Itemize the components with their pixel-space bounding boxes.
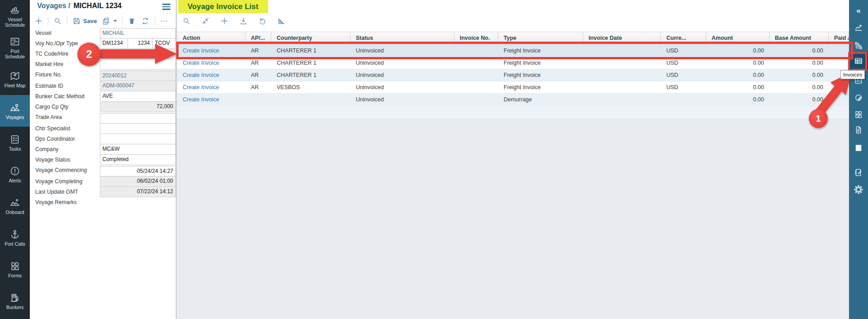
- alerts-icon: [9, 166, 20, 176]
- collapse-right-icon: «: [856, 7, 860, 14]
- cell-amount: 0.00: [706, 81, 769, 93]
- create-invoice-link[interactable]: Create Invoice: [177, 69, 245, 81]
- invoice-row[interactable]: Create Invoice AR VESBOS Uninvoiced Frei…: [177, 81, 849, 94]
- field-label: Voyage Commencing: [30, 165, 100, 176]
- save-icon: [72, 17, 81, 25]
- column-header-ap[interactable]: AP/...: [245, 32, 271, 44]
- ops-coordinator-field[interactable]: [100, 134, 176, 144]
- cell-amount: 0.00: [706, 57, 769, 69]
- collapse-right-button[interactable]: «: [849, 3, 868, 18]
- invoices-button[interactable]: [849, 52, 868, 70]
- invoice-row[interactable]: Create Invoice AR CHARTERER 1 Uninvoiced…: [177, 45, 849, 57]
- cell-invoice-date: [583, 94, 661, 105]
- invoice-row[interactable]: Create Invoice AR CHARTERER 1 Uninvoiced…: [177, 69, 849, 81]
- sidebar-item-alerts[interactable]: Alerts: [0, 158, 30, 190]
- fit-columns-button[interactable]: [201, 17, 210, 25]
- voyage-completing-field[interactable]: 06/02/24 01:00: [100, 176, 176, 187]
- export-download-button[interactable]: [239, 17, 248, 25]
- invoice-row[interactable]: Create Invoice AR CHARTERER 1 Uninvoiced…: [177, 57, 849, 69]
- search-button[interactable]: [53, 17, 62, 25]
- tc-code-field[interactable]: [100, 49, 153, 59]
- sidebar-item-port-schedule[interactable]: Port Schedule: [0, 32, 30, 63]
- voyage-commencing-field[interactable]: 05/24/24 14:27: [100, 166, 176, 176]
- sidebar-item-forms[interactable]: Forms: [0, 253, 30, 285]
- voy-no-field[interactable]: DM1234: [100, 38, 128, 49]
- ruler-button[interactable]: [277, 17, 286, 25]
- refresh-button[interactable]: [141, 17, 150, 25]
- panel-menu-icon[interactable]: [162, 4, 170, 10]
- sidebar-item-voyages[interactable]: Voyages: [0, 95, 30, 127]
- edit-circle-button[interactable]: [849, 90, 868, 105]
- delete-button[interactable]: [127, 17, 136, 25]
- estimate-id-field[interactable]: ADM-000047: [100, 81, 176, 91]
- sidebar-item-bunkers[interactable]: Bunkers: [0, 285, 30, 317]
- column-header-invoice-no[interactable]: Invoice No.: [454, 32, 498, 44]
- form-row: Vessel MICHAIL: [30, 28, 176, 38]
- field-label: Estimate ID: [30, 81, 100, 91]
- trade-area-field[interactable]: [100, 113, 176, 124]
- save-button[interactable]: Save: [72, 17, 97, 25]
- chtr-specialist-field[interactable]: [100, 124, 176, 134]
- id-card-button[interactable]: [849, 140, 868, 156]
- fixture-no-field[interactable]: 20240012: [100, 71, 176, 81]
- notebook-edit-button[interactable]: [849, 165, 868, 180]
- column-header-status[interactable]: Status: [350, 32, 454, 44]
- cell-amount: 0.00: [706, 94, 769, 105]
- sidebar-item-tasks[interactable]: Tasks: [0, 127, 30, 158]
- hierarchy-button[interactable]: [849, 38, 868, 53]
- add-button[interactable]: [220, 17, 229, 25]
- voyage-status-field[interactable]: Completed: [100, 155, 176, 165]
- invoice-toolbar: [182, 15, 286, 27]
- sidebar-item-label: Voyages: [5, 114, 25, 120]
- column-header-type[interactable]: Type: [498, 32, 583, 44]
- undo-button[interactable]: [258, 17, 267, 25]
- invoice-row[interactable]: Create Invoice Uninvoiced Demurrage 0.00…: [177, 94, 849, 106]
- create-invoice-link[interactable]: Create Invoice: [177, 94, 245, 105]
- opr-type-field[interactable]: TCOV: [152, 38, 176, 49]
- column-header-counterparty[interactable]: Counterparty: [271, 32, 350, 44]
- cargo-cp-qty-field[interactable]: 72,000: [100, 102, 176, 112]
- more-button[interactable]: [160, 17, 169, 25]
- add-button[interactable]: [34, 17, 43, 25]
- copy-pages-button[interactable]: [849, 107, 868, 122]
- sidebar-item-onboard[interactable]: Onboard: [0, 190, 30, 222]
- column-header-action[interactable]: Action: [177, 32, 245, 44]
- document-button[interactable]: [849, 122, 868, 138]
- create-invoice-link[interactable]: Create Invoice: [177, 57, 245, 69]
- breadcrumb[interactable]: Voyages /: [37, 2, 71, 10]
- cell-invoice-no: [454, 57, 498, 69]
- last-update-gmt-field[interactable]: 07/22/24 14:12: [100, 187, 176, 197]
- cell-status: Uninvoiced: [350, 94, 454, 105]
- settings-gear-button[interactable]: [849, 182, 868, 197]
- company-field[interactable]: MC&W: [100, 144, 176, 155]
- cell-paid: [829, 45, 849, 57]
- sidebar-item-label: Forms: [7, 273, 23, 278]
- sidebar-item-fleet-map[interactable]: Fleet Map: [0, 63, 30, 95]
- column-header-paid[interactable]: Paid A: [829, 32, 849, 44]
- sidebar-item-label: Onboard: [5, 209, 25, 215]
- sidebar-item-label: Port Calls: [4, 241, 26, 247]
- column-header-invoice-date[interactable]: Invoice Date: [583, 32, 661, 44]
- sidebar-item-port-calls[interactable]: Port Calls: [0, 222, 30, 253]
- sidebar-item-vessel-schedule[interactable]: Vessel Schedule: [0, 0, 30, 32]
- vessel-field[interactable]: MICHAIL: [100, 28, 176, 38]
- invoice-grid: Action AP/... Counterparty Status Invoic…: [177, 32, 849, 118]
- cell-invoice-date: [583, 69, 661, 81]
- market-hire-field[interactable]: [100, 59, 176, 70]
- voyage-remarks-field[interactable]: [100, 197, 176, 208]
- column-header-currency[interactable]: Curre...: [661, 32, 706, 44]
- column-header-base-amount[interactable]: Base Amount: [769, 32, 829, 44]
- chart-trend-icon: [854, 23, 863, 32]
- copy-menu-button[interactable]: [102, 17, 117, 25]
- bunker-calc-method-field[interactable]: AVE: [100, 91, 176, 102]
- form-row: Voyage Status Completed: [30, 155, 176, 165]
- create-invoice-link[interactable]: Create Invoice: [177, 45, 245, 57]
- chart-trend-button[interactable]: [849, 20, 868, 35]
- tc-hire-field[interactable]: [153, 49, 176, 59]
- voy-no2-field[interactable]: 1234: [127, 38, 153, 49]
- column-header-amount[interactable]: Amount: [706, 32, 769, 44]
- create-invoice-link[interactable]: Create Invoice: [177, 81, 245, 93]
- form-row: Trade Area: [30, 112, 176, 124]
- panel-splitter[interactable]: [176, 0, 177, 319]
- search-button[interactable]: [182, 17, 191, 25]
